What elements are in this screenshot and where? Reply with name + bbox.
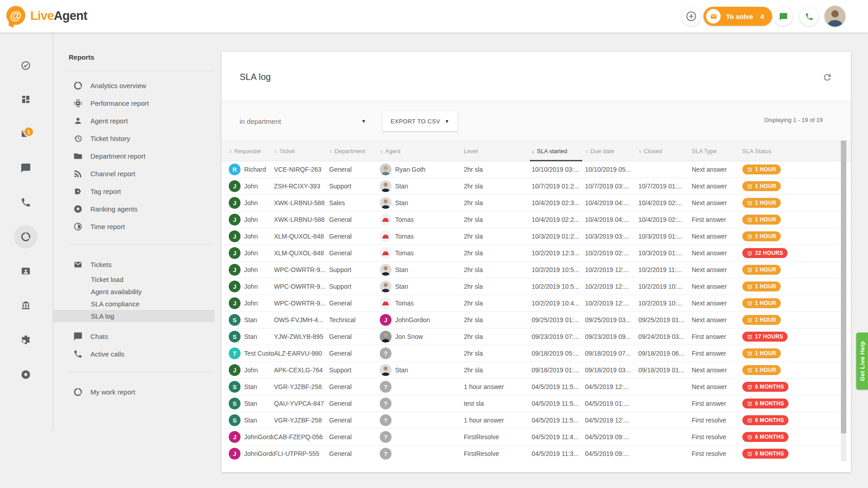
rail-item-tasks[interactable]: [14, 54, 38, 77]
ticket-id[interactable]: WPC-OWRTR-9...: [274, 300, 329, 307]
sidebar-item-tag-report[interactable]: Tag report: [53, 183, 214, 200]
sla-status-badge: 1 HOUR: [742, 215, 781, 225]
sidebar-item-chats[interactable]: Chats: [53, 328, 214, 345]
sidebar-item-my-work-report[interactable]: My work report: [53, 383, 214, 401]
sidebar-item-ranking-agents[interactable]: Ranking agents: [53, 200, 214, 218]
ticket-id[interactable]: CAB-FZEPQ-056: [274, 433, 329, 441]
rail-item-chats[interactable]: [14, 156, 38, 180]
rail-item-customers[interactable]: [14, 259, 38, 283]
table-row[interactable]: JJohn WPC-OWRTR-9... Support Stan 2hr sl…: [222, 262, 851, 278]
column-label: SLA started: [537, 148, 567, 155]
column-header-sla-started[interactable]: ↓SLA started: [532, 141, 585, 161]
vertical-scrollbar[interactable]: [841, 141, 846, 461]
rail-item-tickets[interactable]: 1: [14, 122, 38, 145]
sidebar-subitem-ticket-load[interactable]: Ticket load: [53, 273, 214, 286]
table-row[interactable]: SStan QAU-YVPCA-847 General ? test sla 0…: [222, 395, 851, 412]
requester-name: JohnGordo: [244, 433, 274, 441]
requester-avatar: S: [229, 398, 241, 409]
table-row[interactable]: JJohn XLM-QUXOL-848 General Tomas 2hr sl…: [222, 228, 851, 245]
agent-name: Jon Snow: [395, 333, 423, 340]
rail-item-dashboard[interactable]: [14, 88, 38, 111]
sidebar-item-agent-report[interactable]: Agent report: [53, 112, 214, 130]
liveagent-logo[interactable]: @ LiveAgent: [6, 6, 87, 26]
column-header-department[interactable]: ↑↓Department: [329, 141, 380, 161]
sidebar-item-analytics-overview[interactable]: Analytics overview: [53, 77, 214, 94]
column-header-ticket[interactable]: ↑↓Ticket: [274, 141, 329, 161]
table-row[interactable]: JJohn XWK-LRBNU-588 Sales Stan 2hr sla 1…: [222, 195, 851, 211]
table-row[interactable]: RRichard VCE-NIRQF-263 General Ryan Goth…: [222, 161, 851, 178]
sidebar-item-time-report[interactable]: Time report: [53, 218, 214, 235]
department-filter-select[interactable]: in department ▼: [240, 114, 366, 128]
table-row[interactable]: JJohn WPC-OWRTR-9... Support Stan 2hr sl…: [222, 278, 851, 295]
sidebar-item-ticket-history[interactable]: Ticket history: [53, 130, 214, 147]
sidebar-subitem-agent-availability[interactable]: Agent availability: [53, 286, 214, 298]
calls-button[interactable]: [800, 7, 818, 26]
user-avatar[interactable]: [825, 6, 845, 27]
table-row[interactable]: JJohn APK-CEXLG-764 Support Stan 2hr sla…: [222, 362, 851, 379]
ticket-id[interactable]: YJW-ZWLYB-895: [274, 333, 329, 340]
ticket-id[interactable]: QAU-YVPCA-847: [274, 400, 329, 407]
table-row[interactable]: JJohn XLM-QUXOL-848 General Tomas 2hr sl…: [222, 245, 851, 262]
column-header-sla-status: SLA Status: [742, 141, 806, 161]
top-bar: @ LiveAgent To solve 4: [0, 0, 868, 33]
ticket-id[interactable]: ZSH-RCIXY-393: [274, 183, 329, 190]
column-header-due-date[interactable]: ↑↓Due date: [585, 141, 638, 161]
add-button[interactable]: [682, 7, 701, 26]
ticket-id[interactable]: APK-CEXLG-764: [274, 366, 329, 374]
table-row[interactable]: SStan OWS-FVJMH-4... Technical JJohnGord…: [222, 312, 851, 328]
ticket-id[interactable]: WPC-OWRTR-9...: [274, 266, 329, 273]
ticket-id[interactable]: XWK-LRBNU-588: [274, 216, 329, 223]
refresh-button[interactable]: [819, 69, 835, 85]
to-solve-button[interactable]: To solve 4: [703, 7, 772, 26]
table-row[interactable]: JJohnGordo CAB-FZEPQ-056 General ? First…: [222, 429, 851, 446]
ticket-id[interactable]: FLI-UTPRP-555: [274, 450, 329, 457]
ticket-id[interactable]: VGR-YJZBF-258: [274, 383, 329, 390]
rail-item-settings[interactable]: [14, 328, 38, 352]
table-row[interactable]: JJohnGordo FLI-UTPRP-555 General ? First…: [222, 446, 851, 461]
get-live-help-tab[interactable]: Get Live Help: [856, 333, 868, 389]
rail-item-companies[interactable]: [14, 294, 38, 317]
table-row[interactable]: SStan VGR-YJZBF-258 General ? 1 hour ans…: [222, 412, 851, 429]
ticket-id[interactable]: VGR-YJZBF-258: [274, 417, 329, 424]
notification-badge: 1: [24, 127, 34, 137]
table-row[interactable]: TTest Custo ALZ-EARVU-980 General ? 2hr …: [222, 345, 851, 362]
closed-date: 10/4/2019 02:...: [638, 216, 692, 223]
sidebar-item-label: Department report: [90, 152, 146, 160]
sidebar-subitem-sla-log[interactable]: SLA log: [53, 310, 214, 322]
check-circle-icon: [20, 60, 31, 71]
table-body: RRichard VCE-NIRQF-263 General Ryan Goth…: [222, 161, 851, 461]
rail-item-reports[interactable]: [14, 225, 38, 249]
requester-name: John: [244, 249, 258, 257]
sidebar-item-department-report[interactable]: Department report: [53, 147, 214, 165]
ticket-id[interactable]: OWS-FVJMH-4...: [274, 316, 329, 324]
export-csv-button[interactable]: EXPORT TO CSV ▼: [382, 111, 458, 131]
alarm-icon: [747, 317, 753, 323]
sidebar-item-performance-report[interactable]: Performance report: [53, 94, 214, 112]
sidebar-item-channel-report[interactable]: Channel report: [53, 165, 214, 183]
sla-level: 1 hour answer: [464, 383, 532, 390]
table-row[interactable]: JJohn WPC-OWRTR-9... General Tomas 2hr s…: [222, 295, 851, 312]
table-row[interactable]: SStan YJW-ZWLYB-895 General Jon Snow 2hr…: [222, 328, 851, 345]
department-name: General: [329, 300, 380, 307]
ticket-id[interactable]: VCE-NIRQF-263: [274, 166, 329, 173]
sidebar-item-active-calls[interactable]: Active calls: [53, 345, 214, 363]
table-row[interactable]: JJohn ZSH-RCIXY-393 Support Stan 2hr sla…: [222, 178, 851, 195]
column-header-requester[interactable]: ↑↓Requester: [229, 141, 274, 161]
column-header-closed[interactable]: ↑↓Closed: [638, 141, 692, 161]
table-row[interactable]: SStan VGR-YJZBF-258 General ? 1 hour ans…: [222, 379, 851, 395]
scrollbar-thumb[interactable]: [841, 141, 846, 433]
sidebar-subitem-sla-compliance[interactable]: SLA compliance: [53, 298, 214, 310]
ticket-id[interactable]: XLM-QUXOL-848: [274, 249, 329, 257]
ticket-id[interactable]: ALZ-EARVU-980: [274, 350, 329, 357]
sla-log-card: SLA log in department ▼ EXPORT TO CSV ▼ …: [222, 52, 851, 472]
table-row[interactable]: JJohn XWK-LRBNU-588 General Tomas 2hr sl…: [222, 211, 851, 228]
column-header-agent[interactable]: ↑↓Agent: [380, 141, 464, 161]
ticket-id[interactable]: WPC-OWRTR-9...: [274, 283, 329, 290]
agent-name: Stan: [395, 266, 408, 273]
rail-item-ranking[interactable]: [14, 363, 38, 386]
ticket-id[interactable]: XWK-LRBNU-588: [274, 199, 329, 206]
chats-button[interactable]: [774, 7, 793, 26]
ticket-id[interactable]: XLM-QUXOL-848: [274, 233, 329, 240]
rail-item-calls[interactable]: [14, 191, 38, 214]
sidebar-item-tickets[interactable]: Tickets: [53, 256, 214, 273]
